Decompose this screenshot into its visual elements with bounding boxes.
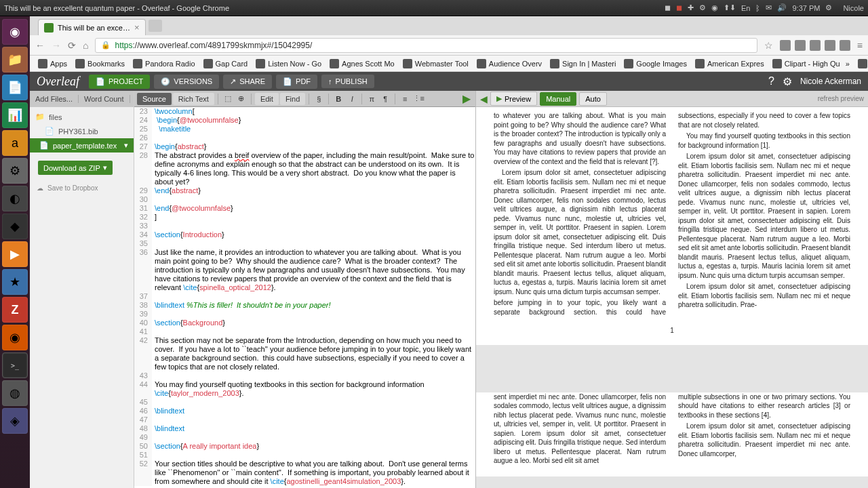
- extension-icon[interactable]: [810, 40, 821, 51]
- overleaf-logo[interactable]: Overleaf: [37, 75, 85, 89]
- goto-source-icon[interactable]: ◀: [480, 94, 488, 104]
- code-line[interactable]: 36Just like the name, it provides an int…: [134, 248, 475, 292]
- close-tab-icon[interactable]: ×: [134, 22, 140, 33]
- new-tab-button[interactable]: [149, 20, 162, 32]
- other-bookmarks[interactable]: Other bookmarks: [855, 58, 868, 70]
- bookmark-item[interactable]: Listen Now - Go: [253, 58, 324, 70]
- add-icon[interactable]: ⊕: [235, 94, 248, 103]
- dash-icon[interactable]: ◉: [2, 19, 28, 45]
- calc-icon[interactable]: 📊: [2, 102, 28, 128]
- app-icon[interactable]: ◆: [2, 214, 28, 239]
- preview-viewport[interactable]: to whatever you are talking about. What …: [476, 107, 868, 488]
- code-line[interactable]: 45: [134, 398, 475, 407]
- code-line[interactable]: 31\end{@twocolumnfalse}: [134, 204, 475, 213]
- extension-icon[interactable]: [825, 40, 835, 51]
- code-line[interactable]: 26: [134, 134, 475, 142]
- back-button[interactable]: ←: [35, 40, 45, 51]
- bookmark-item[interactable]: Bookmarks: [73, 58, 127, 70]
- app-icon[interactable]: ◈: [2, 408, 28, 434]
- word-count-button[interactable]: Word Count: [79, 95, 130, 103]
- numbered-list-icon[interactable]: ≡: [399, 95, 411, 103]
- folder-node[interactable]: files: [30, 110, 134, 124]
- code-line[interactable]: 39: [134, 310, 475, 319]
- project-button[interactable]: 📄PROJECT: [89, 75, 150, 89]
- indicator-icon[interactable]: ◼: [676, 3, 682, 12]
- code-line[interactable]: 30: [134, 195, 475, 204]
- clock[interactable]: 9:37 PM: [792, 4, 820, 12]
- source-tab[interactable]: Source: [137, 93, 172, 105]
- indicator-icon[interactable]: ✚: [688, 3, 694, 12]
- section-icon[interactable]: §: [313, 95, 325, 103]
- share-button[interactable]: ↗SHARE: [223, 75, 272, 89]
- code-line[interactable]: 42This section may not be separate from …: [134, 336, 475, 371]
- rich-text-tab[interactable]: Rich Text: [173, 93, 214, 105]
- auto-button[interactable]: Auto: [579, 92, 607, 106]
- save-dropbox-button[interactable]: ☁Save to Dropbox: [30, 180, 134, 196]
- goto-preview-icon[interactable]: ▶: [460, 92, 473, 105]
- display-math-icon[interactable]: ¶: [379, 95, 391, 103]
- preview-button[interactable]: ▶Preview: [490, 92, 537, 106]
- apps-button[interactable]: Apps: [35, 58, 70, 70]
- bullet-list-icon[interactable]: ⋮≡: [412, 94, 425, 103]
- extension-icon[interactable]: [795, 40, 806, 51]
- network-icon[interactable]: ⬆⬇: [724, 3, 736, 12]
- code-line[interactable]: 48\blindtext: [134, 424, 475, 433]
- zotero-icon[interactable]: Z: [2, 297, 28, 323]
- extension-icon[interactable]: [840, 40, 850, 51]
- chrome-indicator-icon[interactable]: ◉: [711, 3, 718, 12]
- language-indicator[interactable]: En: [741, 4, 750, 12]
- browser-tab[interactable]: This will be an exce… ×: [38, 19, 146, 35]
- code-line[interactable]: 47: [134, 415, 475, 424]
- code-line[interactable]: 33: [134, 222, 475, 230]
- indicator-icon[interactable]: ◼: [665, 3, 671, 12]
- indicator-icon[interactable]: ⚙: [699, 3, 706, 12]
- volume-icon[interactable]: 🔊: [777, 3, 787, 12]
- media-icon[interactable]: ▶: [2, 241, 28, 267]
- bookmark-item[interactable]: Audience Overv: [474, 58, 545, 70]
- menu-icon[interactable]: ≡: [857, 40, 863, 51]
- code-line[interactable]: 35: [134, 239, 475, 248]
- code-line[interactable]: 29\end{abstract}: [134, 186, 475, 195]
- code-line[interactable]: 40\section{Background}: [134, 319, 475, 327]
- code-line[interactable]: 34\section{Introduction}: [134, 230, 475, 239]
- user-menu[interactable]: Nicole: [843, 4, 864, 12]
- bluetooth-icon[interactable]: ᛒ: [755, 4, 760, 12]
- files-icon[interactable]: 📁: [2, 47, 28, 73]
- bookmark-item[interactable]: Clipart - High Qu: [770, 58, 843, 70]
- bookmark-item[interactable]: Webmaster Tool: [400, 58, 471, 70]
- file-node-active[interactable]: paper_template.tex▾: [30, 138, 134, 152]
- forward-button[interactable]: →: [52, 40, 61, 51]
- extension-icon[interactable]: [780, 40, 791, 51]
- code-line[interactable]: 44You may find yourself quoting textbook…: [134, 380, 475, 398]
- bookmark-star-icon[interactable]: ☆: [764, 40, 773, 51]
- bookmark-item[interactable]: Pandora Radio: [130, 58, 197, 70]
- address-bar[interactable]: 🔒 https://www.overleaf.com/4891799skmmjx…: [95, 38, 757, 53]
- upload-icon[interactable]: ⬚: [222, 94, 234, 103]
- terminal-icon[interactable]: >_: [2, 352, 28, 378]
- find-button[interactable]: Find: [280, 93, 305, 105]
- add-files-button[interactable]: Add Files...: [30, 95, 79, 103]
- code-line[interactable]: 52Your section titles should be descript…: [134, 460, 475, 486]
- user-name[interactable]: Nicole Ackerman: [800, 77, 861, 86]
- code-line[interactable]: 46\blindtext: [134, 407, 475, 415]
- bookmark-item[interactable]: Gap Card: [201, 58, 251, 70]
- help-icon[interactable]: ?: [768, 75, 774, 87]
- file-node[interactable]: PHY361.bib: [30, 124, 134, 138]
- amazon-icon[interactable]: a: [2, 130, 28, 156]
- code-line[interactable]: 43: [134, 371, 475, 380]
- code-line[interactable]: 38\blindtext %This is filler! It shouldn…: [134, 301, 475, 310]
- code-line[interactable]: 28The abstract provides a breif overview…: [134, 151, 475, 186]
- code-line[interactable]: 41: [134, 327, 475, 336]
- writer-icon[interactable]: 📄: [2, 75, 28, 100]
- download-zip-button[interactable]: Download as ZIP ▾: [38, 161, 113, 175]
- home-button[interactable]: ⌂: [83, 40, 88, 51]
- manual-button[interactable]: Manual: [540, 92, 576, 106]
- bookmark-item[interactable]: Agnes Scott Mo: [327, 58, 397, 70]
- italic-icon[interactable]: I: [346, 95, 358, 103]
- power-icon[interactable]: ⚙: [825, 3, 832, 12]
- settings-icon[interactable]: ⚙: [783, 75, 792, 88]
- refresh-preview-link[interactable]: refresh preview: [818, 95, 864, 102]
- reload-button[interactable]: ⟳: [68, 40, 76, 51]
- edit-menu[interactable]: Edit: [255, 93, 279, 105]
- versions-button[interactable]: 🕘VERSIONS: [154, 75, 219, 89]
